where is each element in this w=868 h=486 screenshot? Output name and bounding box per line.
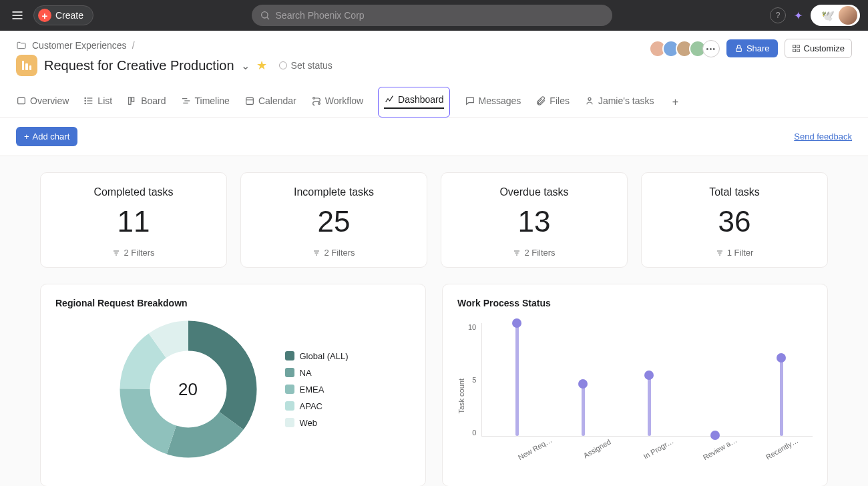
donut-chart: 20 bbox=[118, 319, 258, 459]
tab-workflow[interactable]: Workflow bbox=[311, 91, 363, 113]
svg-rect-6 bbox=[793, 45, 795, 48]
topbar: + Create Search Phoenix Corp ? ✦ 🕊️ bbox=[0, 0, 868, 31]
x-axis-labels: New Req…AssignedIn Progr…Review a…Recent… bbox=[504, 437, 813, 453]
svg-point-16 bbox=[85, 103, 85, 103]
legend-swatch bbox=[285, 418, 294, 427]
tab-files[interactable]: Files bbox=[535, 91, 570, 113]
kpi-row: Completed tasks 11 2 Filters Incomplete … bbox=[40, 172, 828, 268]
tab-list[interactable]: List bbox=[83, 91, 112, 113]
plus-icon: + bbox=[24, 132, 29, 142]
svg-point-3 bbox=[261, 12, 267, 18]
kpi-card[interactable]: Overdue tasks 13 2 Filters bbox=[441, 172, 628, 268]
tab-messages[interactable]: Messages bbox=[465, 91, 521, 113]
tab-overview[interactable]: Overview bbox=[16, 91, 69, 113]
tab-timeline[interactable]: Timeline bbox=[181, 91, 230, 113]
kpi-card[interactable]: Completed tasks 11 2 Filters bbox=[40, 172, 227, 268]
search-icon bbox=[260, 10, 270, 21]
breadcrumb-parent[interactable]: Customer Experiences bbox=[32, 40, 127, 51]
svg-rect-10 bbox=[18, 97, 25, 103]
grid-icon bbox=[792, 44, 801, 53]
tab-label: Overview bbox=[30, 95, 69, 106]
set-status-button[interactable]: Set status bbox=[279, 60, 333, 71]
lollipop-dot bbox=[578, 379, 588, 389]
kpi-value: 25 bbox=[252, 205, 416, 238]
tab-label: Workflow bbox=[325, 95, 363, 106]
menu-icon[interactable] bbox=[8, 6, 27, 25]
legend-swatch bbox=[285, 368, 294, 377]
tabs: Overview List Board Timeline Calendar Wo… bbox=[16, 87, 852, 117]
set-status-label: Set status bbox=[291, 60, 333, 71]
tab-label: Calendar bbox=[258, 95, 296, 106]
chart-title: Work Process Status bbox=[457, 298, 813, 308]
member-avatars[interactable]: ••• bbox=[649, 40, 720, 57]
profile-menu[interactable]: 🕊️ bbox=[811, 5, 860, 26]
tab-board[interactable]: Board bbox=[127, 91, 166, 113]
chevron-down-icon[interactable]: ⌄ bbox=[241, 59, 250, 72]
lollipop-dot bbox=[512, 318, 521, 328]
svg-point-24 bbox=[312, 97, 314, 99]
search-input[interactable]: Search Phoenix Corp bbox=[252, 5, 612, 26]
y-tick: 5 bbox=[472, 376, 476, 384]
add-tab-button[interactable]: + bbox=[669, 95, 682, 109]
y-tick: 10 bbox=[468, 323, 476, 331]
kpi-value: 11 bbox=[51, 205, 216, 238]
svg-rect-5 bbox=[736, 48, 742, 51]
legend-label: NA bbox=[300, 368, 312, 378]
kpi-value: 13 bbox=[452, 205, 616, 238]
svg-point-25 bbox=[318, 102, 320, 104]
kpi-value: 36 bbox=[652, 205, 817, 238]
lock-icon bbox=[734, 44, 743, 53]
add-chart-button[interactable]: + Add chart bbox=[16, 127, 77, 146]
tab-label: Timeline bbox=[195, 95, 230, 106]
filter-icon bbox=[513, 249, 521, 257]
paperclip-icon bbox=[535, 95, 546, 106]
filter-icon bbox=[112, 249, 120, 257]
chart-legend: Global (ALL) NA EMEA APAC Web bbox=[285, 351, 349, 428]
kpi-filters: 1 Filter bbox=[652, 248, 817, 258]
kpi-filters: 2 Filters bbox=[452, 248, 616, 258]
legend-label: APAC bbox=[300, 401, 322, 411]
send-feedback-link[interactable]: Send feedback bbox=[794, 132, 852, 142]
legend-item: Web bbox=[285, 418, 349, 428]
kpi-card[interactable]: Total tasks 36 1 Filter bbox=[641, 172, 828, 268]
search-placeholder: Search Phoenix Corp bbox=[276, 10, 365, 21]
kpi-title: Overdue tasks bbox=[452, 186, 616, 198]
kpi-title: Completed tasks bbox=[51, 186, 216, 198]
svg-rect-9 bbox=[797, 49, 799, 52]
customize-button[interactable]: Customize bbox=[785, 39, 852, 58]
create-button[interactable]: + Create bbox=[33, 5, 93, 25]
customize-label: Customize bbox=[804, 43, 845, 53]
lollipop-bar bbox=[582, 384, 585, 436]
more-members-icon[interactable]: ••• bbox=[702, 40, 720, 57]
lollipop-chart-card[interactable]: Work Process Status Task count 10 5 0 Ne… bbox=[442, 284, 828, 486]
filter-label: 2 Filters bbox=[124, 248, 154, 258]
y-axis: 10 5 0 bbox=[468, 323, 481, 437]
star-icon[interactable]: ★ bbox=[256, 58, 267, 73]
kpi-card[interactable]: Incomplete tasks 25 2 Filters bbox=[240, 172, 427, 268]
chart-row: Regional Request Breakdown 20 Global (AL… bbox=[40, 284, 828, 486]
tab-calendar[interactable]: Calendar bbox=[244, 91, 296, 113]
sparkle-icon[interactable]: ✦ bbox=[794, 9, 803, 22]
legend-item: EMEA bbox=[285, 385, 349, 395]
tab-jamie[interactable]: Jamie's tasks bbox=[584, 91, 654, 113]
donut-center-value: 20 bbox=[178, 379, 198, 400]
legend-swatch bbox=[285, 351, 294, 360]
plus-icon: + bbox=[38, 9, 51, 22]
svg-point-14 bbox=[85, 97, 85, 98]
tab-label: Jamie's tasks bbox=[598, 95, 654, 106]
chart-title: Regional Request Breakdown bbox=[55, 298, 411, 308]
filter-icon bbox=[716, 249, 724, 257]
avatar bbox=[839, 6, 857, 25]
share-button[interactable]: Share bbox=[726, 39, 778, 57]
kpi-title: Incomplete tasks bbox=[252, 186, 416, 198]
help-icon[interactable]: ? bbox=[770, 7, 786, 23]
tab-dashboard[interactable]: Dashboard bbox=[384, 90, 444, 111]
legend-swatch bbox=[285, 385, 294, 394]
filter-label: 2 Filters bbox=[524, 248, 555, 258]
filter-label: 1 Filter bbox=[727, 248, 754, 258]
donut-chart-card[interactable]: Regional Request Breakdown 20 Global (AL… bbox=[40, 284, 426, 486]
svg-rect-8 bbox=[793, 49, 795, 52]
share-label: Share bbox=[746, 43, 770, 53]
dashboard-toolbar: + Add chart Send feedback bbox=[0, 117, 868, 156]
svg-rect-22 bbox=[246, 97, 254, 104]
